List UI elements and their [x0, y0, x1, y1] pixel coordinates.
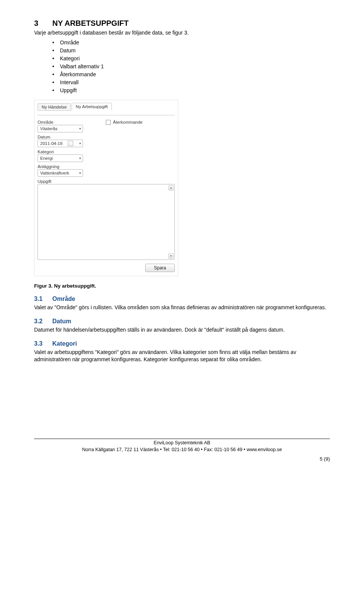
- save-button[interactable]: Spara: [145, 264, 175, 272]
- datum-label: Datum: [38, 135, 175, 139]
- section-text: Valet av arbetsuppgiftens "Kategori" gör…: [34, 349, 330, 363]
- omrade-value: Västerås: [40, 126, 57, 131]
- heading-num: 3: [34, 19, 52, 28]
- h2-title: Datum: [52, 318, 71, 324]
- page-content: 3NY ARBETSUPPGIFT Varje arbetsuppgift i …: [34, 19, 330, 462]
- section-text: Valet av "Område" görs i rullisten. Vilk…: [34, 304, 330, 311]
- heading-title: NY ARBETSUPPGIFT: [52, 19, 129, 27]
- app-panel: Ny Händelse Ny Arbetsuppgift Återkommand…: [34, 100, 178, 276]
- chevron-down-icon: ▾: [79, 127, 81, 131]
- list-item: Valbart alternativ 1: [52, 63, 330, 71]
- heading-2: 3.1Område: [34, 296, 330, 302]
- list-item: Intervall: [52, 79, 330, 87]
- tab-divider: [38, 115, 175, 115]
- tab-ny-handelse[interactable]: Ny Händelse: [38, 103, 71, 111]
- chevron-down-icon: ▾: [79, 156, 81, 160]
- figure: Ny Händelse Ny Arbetsuppgift Återkommand…: [34, 100, 330, 276]
- kategori-value: Energi: [40, 156, 53, 160]
- button-row: Spara: [38, 264, 175, 272]
- list-item: Kategori: [52, 55, 330, 63]
- calendar-icon: [68, 141, 73, 146]
- tabs: Ny Händelse Ny Arbetsuppgift: [38, 102, 175, 110]
- page-number: 5 (9): [34, 456, 330, 462]
- footer-company: EnviLoop Systemteknik AB: [34, 440, 330, 447]
- anlaggning-combo[interactable]: Vattenkraftverk ▾: [38, 169, 83, 177]
- kategori-row: Kategori Energi ▾: [38, 149, 175, 162]
- h2-title: Område: [52, 296, 75, 302]
- h2-num: 3.1: [34, 296, 52, 302]
- chevron-down-icon: ▾: [79, 142, 81, 145]
- heading-1: 3NY ARBETSUPPGIFT: [34, 19, 330, 28]
- anlaggning-value: Vattenkraftverk: [40, 171, 69, 175]
- datum-value: 2011-04-18: [40, 141, 63, 146]
- uppgift-row: Uppgift ▴ ▾: [38, 179, 175, 260]
- anlaggning-label: Anläggning: [38, 164, 175, 169]
- datum-picker[interactable]: 2011-04-18 ▾: [38, 140, 83, 147]
- list-item: Datum: [52, 47, 330, 55]
- omrade-combo[interactable]: Västerås ▾: [38, 125, 83, 132]
- list-item: Område: [52, 39, 330, 47]
- anlaggning-row: Anläggning Vattenkraftverk ▾: [38, 164, 175, 177]
- bullet-list: Område Datum Kategori Valbart alternativ…: [52, 39, 330, 94]
- kategori-combo[interactable]: Energi ▾: [38, 154, 83, 162]
- list-item: Återkommande: [52, 71, 330, 79]
- h2-num: 3.2: [34, 318, 52, 325]
- heading-2: 3.2Datum: [34, 318, 330, 325]
- heading-2: 3.3Kategori: [34, 340, 330, 347]
- chevron-down-icon: ▾: [79, 171, 81, 175]
- tab-ny-arbetsuppgift[interactable]: Ny Arbetsuppgift: [72, 103, 112, 110]
- section-text: Datumet för händelsen/arbetsuppgiften st…: [34, 326, 330, 334]
- page-footer: EnviLoop Systemteknik AB Norra Källgatan…: [34, 439, 330, 453]
- uppgift-textarea[interactable]: ▴ ▾: [38, 184, 175, 260]
- aterkommande-checkbox[interactable]: [106, 120, 111, 125]
- scroll-up-icon[interactable]: ▴: [168, 185, 174, 190]
- h2-title: Kategori: [52, 340, 77, 347]
- list-item: Uppgift: [52, 87, 330, 94]
- panel-body: Återkommande Område Västerås ▾ Datum 201…: [38, 120, 175, 272]
- figure-caption: Figur 3. Ny arbetsuppgift.: [34, 283, 330, 289]
- aterkommande-row[interactable]: Återkommande: [106, 120, 143, 125]
- kategori-label: Kategori: [38, 149, 175, 154]
- h2-num: 3.3: [34, 340, 52, 347]
- datum-row: Datum 2011-04-18 ▾: [38, 135, 175, 147]
- scroll-down-icon[interactable]: ▾: [168, 253, 174, 259]
- intro-text: Varje arbetsuppgift i databasen består a…: [34, 29, 330, 36]
- aterkommande-label: Återkommande: [113, 120, 143, 124]
- uppgift-label: Uppgift: [38, 179, 175, 184]
- footer-address: Norra Källgatan 17, 722 11 Västerås • Te…: [34, 447, 330, 453]
